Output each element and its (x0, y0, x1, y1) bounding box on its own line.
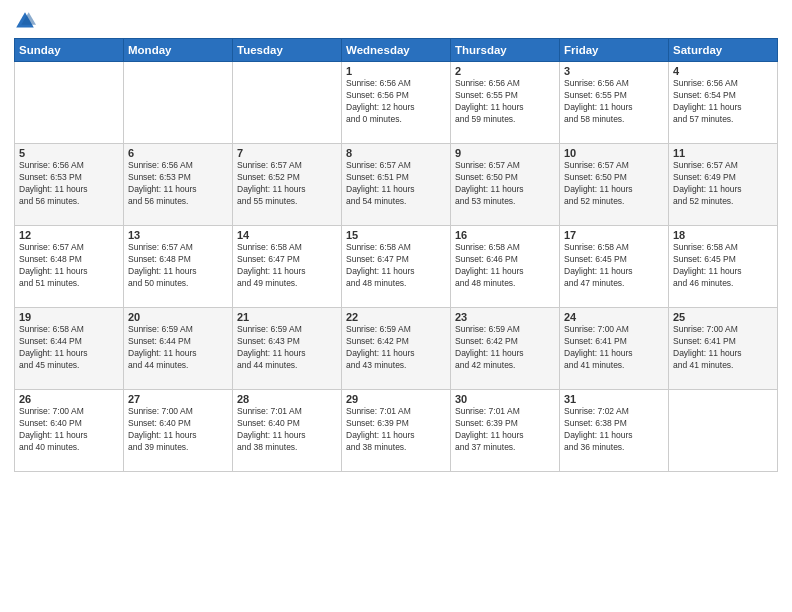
calendar-week-row: 26Sunrise: 7:00 AM Sunset: 6:40 PM Dayli… (15, 390, 778, 472)
day-info: Sunrise: 6:57 AM Sunset: 6:50 PM Dayligh… (455, 160, 555, 208)
calendar-cell: 12Sunrise: 6:57 AM Sunset: 6:48 PM Dayli… (15, 226, 124, 308)
day-info: Sunrise: 6:57 AM Sunset: 6:50 PM Dayligh… (564, 160, 664, 208)
calendar-cell: 5Sunrise: 6:56 AM Sunset: 6:53 PM Daylig… (15, 144, 124, 226)
day-number: 24 (564, 311, 664, 323)
day-info: Sunrise: 6:59 AM Sunset: 6:42 PM Dayligh… (346, 324, 446, 372)
weekday-row: SundayMondayTuesdayWednesdayThursdayFrid… (15, 39, 778, 62)
day-info: Sunrise: 6:58 AM Sunset: 6:47 PM Dayligh… (237, 242, 337, 290)
day-info: Sunrise: 6:58 AM Sunset: 6:44 PM Dayligh… (19, 324, 119, 372)
calendar-cell: 21Sunrise: 6:59 AM Sunset: 6:43 PM Dayli… (233, 308, 342, 390)
day-info: Sunrise: 6:59 AM Sunset: 6:43 PM Dayligh… (237, 324, 337, 372)
day-info: Sunrise: 6:56 AM Sunset: 6:54 PM Dayligh… (673, 78, 773, 126)
weekday-header: Saturday (669, 39, 778, 62)
calendar-cell: 13Sunrise: 6:57 AM Sunset: 6:48 PM Dayli… (124, 226, 233, 308)
calendar-cell: 23Sunrise: 6:59 AM Sunset: 6:42 PM Dayli… (451, 308, 560, 390)
day-number: 15 (346, 229, 446, 241)
calendar-cell: 29Sunrise: 7:01 AM Sunset: 6:39 PM Dayli… (342, 390, 451, 472)
day-info: Sunrise: 6:59 AM Sunset: 6:44 PM Dayligh… (128, 324, 228, 372)
logo (14, 10, 40, 32)
day-info: Sunrise: 6:58 AM Sunset: 6:46 PM Dayligh… (455, 242, 555, 290)
day-number: 4 (673, 65, 773, 77)
day-number: 19 (19, 311, 119, 323)
calendar-cell: 15Sunrise: 6:58 AM Sunset: 6:47 PM Dayli… (342, 226, 451, 308)
calendar-body: 1Sunrise: 6:56 AM Sunset: 6:56 PM Daylig… (15, 62, 778, 472)
calendar-cell (124, 62, 233, 144)
calendar-cell: 31Sunrise: 7:02 AM Sunset: 6:38 PM Dayli… (560, 390, 669, 472)
day-number: 13 (128, 229, 228, 241)
day-info: Sunrise: 6:58 AM Sunset: 6:45 PM Dayligh… (673, 242, 773, 290)
calendar-cell: 9Sunrise: 6:57 AM Sunset: 6:50 PM Daylig… (451, 144, 560, 226)
calendar-cell: 14Sunrise: 6:58 AM Sunset: 6:47 PM Dayli… (233, 226, 342, 308)
day-info: Sunrise: 7:02 AM Sunset: 6:38 PM Dayligh… (564, 406, 664, 454)
calendar-cell: 1Sunrise: 6:56 AM Sunset: 6:56 PM Daylig… (342, 62, 451, 144)
calendar-cell: 20Sunrise: 6:59 AM Sunset: 6:44 PM Dayli… (124, 308, 233, 390)
day-number: 6 (128, 147, 228, 159)
calendar-cell: 28Sunrise: 7:01 AM Sunset: 6:40 PM Dayli… (233, 390, 342, 472)
day-info: Sunrise: 7:00 AM Sunset: 6:41 PM Dayligh… (673, 324, 773, 372)
day-number: 1 (346, 65, 446, 77)
day-number: 10 (564, 147, 664, 159)
page: SundayMondayTuesdayWednesdayThursdayFrid… (0, 0, 792, 612)
weekday-header: Monday (124, 39, 233, 62)
calendar-cell: 3Sunrise: 6:56 AM Sunset: 6:55 PM Daylig… (560, 62, 669, 144)
calendar-week-row: 12Sunrise: 6:57 AM Sunset: 6:48 PM Dayli… (15, 226, 778, 308)
calendar-cell: 6Sunrise: 6:56 AM Sunset: 6:53 PM Daylig… (124, 144, 233, 226)
day-number: 8 (346, 147, 446, 159)
day-number: 7 (237, 147, 337, 159)
calendar-table: SundayMondayTuesdayWednesdayThursdayFrid… (14, 38, 778, 472)
weekday-header: Friday (560, 39, 669, 62)
day-info: Sunrise: 7:00 AM Sunset: 6:41 PM Dayligh… (564, 324, 664, 372)
day-info: Sunrise: 6:56 AM Sunset: 6:55 PM Dayligh… (455, 78, 555, 126)
day-number: 5 (19, 147, 119, 159)
calendar-cell (669, 390, 778, 472)
day-info: Sunrise: 6:57 AM Sunset: 6:52 PM Dayligh… (237, 160, 337, 208)
day-info: Sunrise: 6:56 AM Sunset: 6:53 PM Dayligh… (19, 160, 119, 208)
calendar-week-row: 1Sunrise: 6:56 AM Sunset: 6:56 PM Daylig… (15, 62, 778, 144)
weekday-header: Sunday (15, 39, 124, 62)
day-info: Sunrise: 6:57 AM Sunset: 6:51 PM Dayligh… (346, 160, 446, 208)
day-info: Sunrise: 6:56 AM Sunset: 6:55 PM Dayligh… (564, 78, 664, 126)
calendar-cell: 2Sunrise: 6:56 AM Sunset: 6:55 PM Daylig… (451, 62, 560, 144)
calendar-cell: 24Sunrise: 7:00 AM Sunset: 6:41 PM Dayli… (560, 308, 669, 390)
day-info: Sunrise: 7:01 AM Sunset: 6:39 PM Dayligh… (346, 406, 446, 454)
calendar-cell (15, 62, 124, 144)
day-number: 26 (19, 393, 119, 405)
calendar-cell: 18Sunrise: 6:58 AM Sunset: 6:45 PM Dayli… (669, 226, 778, 308)
calendar-cell: 8Sunrise: 6:57 AM Sunset: 6:51 PM Daylig… (342, 144, 451, 226)
calendar-cell (233, 62, 342, 144)
calendar-cell: 4Sunrise: 6:56 AM Sunset: 6:54 PM Daylig… (669, 62, 778, 144)
day-number: 28 (237, 393, 337, 405)
day-number: 3 (564, 65, 664, 77)
day-number: 9 (455, 147, 555, 159)
calendar-header: SundayMondayTuesdayWednesdayThursdayFrid… (15, 39, 778, 62)
calendar-cell: 19Sunrise: 6:58 AM Sunset: 6:44 PM Dayli… (15, 308, 124, 390)
day-number: 29 (346, 393, 446, 405)
weekday-header: Thursday (451, 39, 560, 62)
day-number: 2 (455, 65, 555, 77)
calendar-cell: 27Sunrise: 7:00 AM Sunset: 6:40 PM Dayli… (124, 390, 233, 472)
day-info: Sunrise: 6:57 AM Sunset: 6:49 PM Dayligh… (673, 160, 773, 208)
day-info: Sunrise: 6:57 AM Sunset: 6:48 PM Dayligh… (128, 242, 228, 290)
day-number: 16 (455, 229, 555, 241)
weekday-header: Wednesday (342, 39, 451, 62)
day-info: Sunrise: 6:57 AM Sunset: 6:48 PM Dayligh… (19, 242, 119, 290)
day-number: 14 (237, 229, 337, 241)
calendar-cell: 11Sunrise: 6:57 AM Sunset: 6:49 PM Dayli… (669, 144, 778, 226)
day-number: 27 (128, 393, 228, 405)
calendar-cell: 25Sunrise: 7:00 AM Sunset: 6:41 PM Dayli… (669, 308, 778, 390)
calendar-cell: 22Sunrise: 6:59 AM Sunset: 6:42 PM Dayli… (342, 308, 451, 390)
day-info: Sunrise: 7:01 AM Sunset: 6:40 PM Dayligh… (237, 406, 337, 454)
day-info: Sunrise: 6:56 AM Sunset: 6:56 PM Dayligh… (346, 78, 446, 126)
day-number: 11 (673, 147, 773, 159)
day-number: 20 (128, 311, 228, 323)
day-number: 25 (673, 311, 773, 323)
day-info: Sunrise: 7:00 AM Sunset: 6:40 PM Dayligh… (19, 406, 119, 454)
day-number: 18 (673, 229, 773, 241)
day-info: Sunrise: 7:00 AM Sunset: 6:40 PM Dayligh… (128, 406, 228, 454)
day-info: Sunrise: 6:56 AM Sunset: 6:53 PM Dayligh… (128, 160, 228, 208)
calendar-week-row: 19Sunrise: 6:58 AM Sunset: 6:44 PM Dayli… (15, 308, 778, 390)
day-info: Sunrise: 6:58 AM Sunset: 6:47 PM Dayligh… (346, 242, 446, 290)
day-info: Sunrise: 6:59 AM Sunset: 6:42 PM Dayligh… (455, 324, 555, 372)
day-number: 30 (455, 393, 555, 405)
calendar-week-row: 5Sunrise: 6:56 AM Sunset: 6:53 PM Daylig… (15, 144, 778, 226)
